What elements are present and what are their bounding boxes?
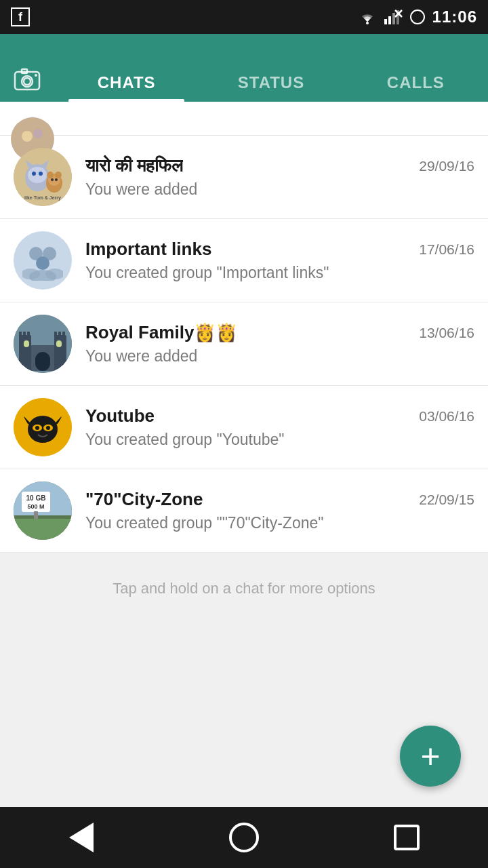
- status-bar-right: 11:06: [358, 7, 477, 26]
- svg-point-28: [55, 178, 58, 181]
- chat-name: "70"City-Zone: [85, 489, 203, 510]
- recents-icon: [394, 825, 420, 850]
- tom-jerry-avatar-image: like Tom & Jerry: [14, 148, 72, 206]
- chat-row: "70"City-Zone 22/09/15: [85, 489, 474, 510]
- clock: 11:06: [432, 7, 477, 26]
- chat-content: Youtube 03/06/16 You created group "Yout…: [85, 406, 474, 449]
- chat-row: Royal Family👸👸 13/06/16: [85, 322, 474, 343]
- svg-point-18: [28, 167, 47, 183]
- svg-rect-48: [24, 340, 29, 347]
- svg-rect-49: [56, 340, 62, 347]
- svg-rect-47: [35, 352, 50, 371]
- svg-point-12: [35, 74, 37, 77]
- camera-icon: [12, 64, 42, 94]
- tab-status[interactable]: STATUS: [199, 73, 343, 102]
- wifi-icon: [358, 9, 377, 24]
- fab-plus-icon: +: [420, 739, 440, 773]
- header: CHATS STATUS CALLS: [0, 34, 488, 102]
- chat-name: Royal Family👸👸: [85, 322, 237, 343]
- svg-point-32: [36, 256, 49, 270]
- chat-date: 22/09/15: [419, 492, 474, 508]
- svg-rect-45: [58, 332, 61, 337]
- svg-rect-40: [54, 335, 66, 372]
- svg-point-0: [366, 22, 369, 24]
- chat-name: यारो की महफिल: [85, 155, 183, 176]
- svg-point-25: [47, 172, 54, 178]
- chat-row: यारो की महफिल 29/09/16: [85, 155, 474, 176]
- svg-point-10: [24, 78, 30, 85]
- chat-content: "70"City-Zone 22/09/15 You created group…: [85, 489, 474, 532]
- camera-button[interactable]: [0, 64, 54, 102]
- signal-icon: [384, 9, 403, 24]
- chat-row: Youtube 03/06/16: [85, 406, 474, 427]
- svg-point-27: [51, 178, 54, 181]
- avatar: [14, 231, 72, 290]
- nav-tabs: CHATS STATUS CALLS: [54, 34, 488, 102]
- status-bar-left: f: [11, 7, 30, 26]
- svg-rect-1: [384, 19, 387, 24]
- chat-message: You were added: [85, 180, 474, 199]
- chat-content: यारो की महफिल 29/09/16 You were added: [85, 155, 474, 199]
- avatar: [14, 398, 72, 456]
- svg-point-15: [33, 129, 43, 138]
- avatar: 10 GB 500 M: [14, 481, 72, 540]
- status-bar: f 11:06: [0, 0, 488, 34]
- svg-point-14: [22, 131, 33, 142]
- chat-item[interactable]: Important links 17/06/16 You created gro…: [0, 219, 488, 302]
- svg-text:10 GB: 10 GB: [26, 494, 46, 502]
- chat-item[interactable]: like Tom & Jerry यारो की महफिल 29/09/16 …: [0, 136, 488, 219]
- chat-content: Important links 17/06/16 You created gro…: [85, 239, 474, 282]
- avatar: like Tom & Jerry: [14, 148, 72, 206]
- back-button[interactable]: [61, 817, 102, 858]
- chat-message: You created group ""70"City-Zone": [85, 514, 474, 532]
- hint-text: Tap and hold on a chat for more options: [0, 553, 488, 625]
- chat-date: 29/09/16: [419, 158, 474, 174]
- chat-content: Royal Family👸👸 13/06/16 You were added: [85, 322, 474, 366]
- recents-button[interactable]: [386, 817, 427, 858]
- new-chat-fab[interactable]: +: [400, 726, 461, 787]
- back-icon: [69, 823, 94, 852]
- svg-text:like Tom & Jerry: like Tom & Jerry: [24, 195, 61, 201]
- chat-message: You created group "Youtube": [85, 431, 474, 449]
- tab-chats[interactable]: CHATS: [54, 73, 199, 102]
- svg-rect-46: [62, 332, 65, 337]
- facebook-icon: f: [11, 7, 30, 26]
- chat-date: 03/06/16: [419, 408, 474, 425]
- bottom-navigation-bar: [0, 807, 488, 868]
- svg-point-55: [46, 426, 50, 430]
- chat-name: Important links: [85, 239, 211, 260]
- svg-point-54: [35, 426, 39, 430]
- chat-item[interactable]: 10 GB 500 M "70"City-Zone 22/09/15 You c…: [0, 469, 488, 553]
- partial-chat-item[interactable]: [0, 102, 488, 136]
- svg-rect-64: [14, 519, 72, 540]
- chat-message: You created group "Important links": [85, 264, 474, 282]
- tab-calls[interactable]: CALLS: [344, 73, 488, 102]
- home-icon: [229, 823, 259, 852]
- chat-date: 13/06/16: [419, 325, 474, 341]
- svg-rect-3: [392, 13, 395, 24]
- chat-name: Youtube: [85, 406, 155, 427]
- svg-text:500 M: 500 M: [27, 503, 44, 510]
- castle-avatar-image: [14, 315, 72, 373]
- cityzone-avatar-image: 10 GB 500 M: [14, 481, 72, 540]
- svg-rect-39: [19, 335, 31, 372]
- svg-point-51: [28, 416, 58, 443]
- group-icon: [22, 240, 63, 281]
- svg-rect-44: [54, 332, 57, 337]
- chat-item[interactable]: Royal Family👸👸 13/06/16 You were added: [0, 302, 488, 386]
- svg-rect-41: [19, 332, 22, 337]
- sim-icon: [409, 9, 426, 25]
- chat-message: You were added: [85, 347, 474, 366]
- avatar: [14, 315, 72, 373]
- chat-item[interactable]: Youtube 03/06/16 You created group "Yout…: [0, 386, 488, 469]
- home-button[interactable]: [224, 817, 264, 858]
- svg-point-21: [32, 172, 36, 176]
- svg-rect-43: [27, 332, 30, 337]
- chat-row: Important links 17/06/16: [85, 239, 474, 260]
- youtube-avatar-image: [14, 398, 72, 456]
- svg-rect-2: [388, 16, 391, 24]
- svg-rect-42: [23, 332, 26, 337]
- svg-point-22: [39, 172, 43, 176]
- svg-point-26: [55, 172, 62, 178]
- chat-list: like Tom & Jerry यारो की महफिल 29/09/16 …: [0, 102, 488, 553]
